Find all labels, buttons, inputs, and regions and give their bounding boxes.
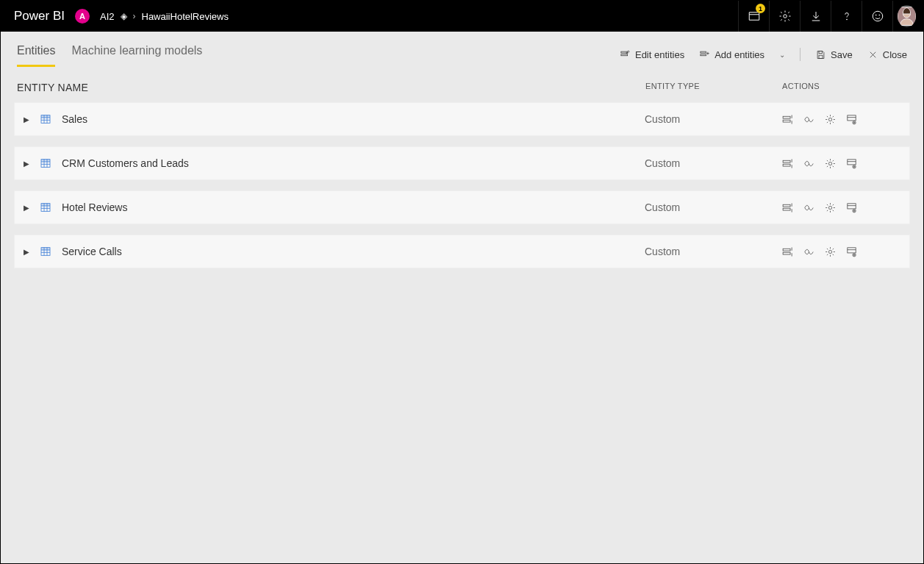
- table-row: ▶ Service Calls Custom: [14, 235, 910, 268]
- insights-icon[interactable]: [781, 113, 794, 126]
- svg-point-2: [873, 11, 883, 21]
- svg-rect-8: [621, 54, 628, 55]
- svg-rect-15: [783, 116, 790, 118]
- table-row: ▶ Sales Custom: [14, 102, 910, 136]
- add-entities-dropdown[interactable]: ⌄: [779, 51, 785, 59]
- entity-name[interactable]: Sales: [62, 113, 87, 125]
- account-button[interactable]: [892, 1, 923, 32]
- edit-entities-button[interactable]: Edit entities: [620, 49, 684, 60]
- svg-rect-21: [41, 160, 50, 162]
- svg-rect-22: [783, 160, 790, 163]
- entities-table: ENTITY NAME ENTITY TYPE ACTIONS ▶ Sales …: [1, 67, 923, 563]
- notifications-button[interactable]: 1: [738, 1, 769, 32]
- svg-rect-35: [41, 248, 50, 250]
- properties-icon[interactable]: [845, 201, 858, 214]
- svg-point-17: [828, 118, 831, 121]
- entity-type: Custom: [645, 201, 770, 213]
- svg-rect-28: [41, 204, 50, 206]
- properties-icon[interactable]: [845, 246, 858, 258]
- properties-icon[interactable]: [845, 157, 858, 170]
- entity-name[interactable]: Hotel Reviews: [62, 201, 127, 213]
- close-label: Close: [883, 49, 907, 60]
- svg-rect-16: [783, 120, 790, 122]
- ai-icon[interactable]: [803, 157, 815, 170]
- close-button[interactable]: Close: [867, 49, 907, 60]
- settings-button[interactable]: [769, 1, 800, 32]
- properties-icon[interactable]: [845, 113, 858, 126]
- settings-icon[interactable]: [824, 157, 837, 170]
- table-icon: [40, 113, 51, 125]
- avatar: [898, 5, 916, 27]
- table-header: ENTITY NAME ENTITY TYPE ACTIONS: [14, 67, 910, 102]
- entity-type: Custom: [645, 113, 770, 125]
- expand-icon[interactable]: ▶: [24, 115, 29, 124]
- ai-icon[interactable]: [803, 246, 815, 258]
- toolbar-divider: [800, 48, 801, 61]
- ai-icon[interactable]: [803, 113, 815, 126]
- svg-point-0: [783, 15, 787, 18]
- download-button[interactable]: [800, 1, 831, 32]
- entity-name[interactable]: CRM Customers and Leads: [62, 157, 189, 169]
- chevron-right-icon: ›: [133, 11, 136, 21]
- save-button[interactable]: Save: [815, 49, 853, 60]
- help-button[interactable]: [831, 1, 862, 32]
- table-icon: [40, 246, 51, 257]
- brand-label: Power BI: [14, 9, 65, 24]
- svg-rect-14: [41, 115, 50, 118]
- insights-icon[interactable]: [781, 246, 794, 258]
- entity-actions: [770, 113, 909, 126]
- workspace-name[interactable]: AI2: [100, 11, 115, 22]
- svg-point-38: [828, 250, 831, 253]
- svg-point-1: [846, 19, 847, 20]
- insights-icon[interactable]: [781, 157, 794, 170]
- settings-icon[interactable]: [824, 201, 837, 214]
- svg-rect-30: [783, 208, 790, 210]
- entity-actions: [770, 246, 909, 258]
- entity-actions: [770, 201, 909, 214]
- breadcrumb: AI2 ◈ › HawaiiHotelReviews: [100, 11, 229, 22]
- svg-point-31: [828, 206, 831, 209]
- col-header-actions: ACTIONS: [770, 82, 910, 93]
- svg-point-24: [828, 162, 831, 165]
- tab-ml-models[interactable]: Machine learning models: [71, 44, 202, 67]
- svg-rect-36: [783, 249, 790, 251]
- insights-icon[interactable]: [781, 201, 794, 214]
- expand-icon[interactable]: ▶: [24, 248, 29, 256]
- save-label: Save: [831, 49, 853, 60]
- table-icon: [40, 157, 51, 169]
- add-entities-button[interactable]: Add entities: [699, 49, 764, 60]
- toolbar: Entities Machine learning models Edit en…: [1, 32, 923, 67]
- entity-actions: [770, 157, 909, 170]
- svg-rect-39: [848, 247, 856, 252]
- expand-icon[interactable]: ▶: [24, 160, 29, 168]
- settings-icon[interactable]: [824, 113, 837, 126]
- svg-rect-29: [783, 204, 790, 207]
- settings-icon[interactable]: [824, 246, 837, 258]
- svg-rect-18: [848, 115, 856, 120]
- svg-rect-12: [819, 55, 823, 58]
- table-icon: [40, 201, 51, 213]
- breadcrumb-current[interactable]: HawaiiHotelReviews: [142, 11, 229, 22]
- top-bar: Power BI A AI2 ◈ › HawaiiHotelReviews 1: [1, 1, 923, 32]
- add-entities-label: Add entities: [715, 49, 764, 60]
- edit-entities-label: Edit entities: [635, 49, 684, 60]
- svg-rect-23: [783, 164, 790, 166]
- svg-rect-11: [819, 51, 822, 53]
- ai-icon[interactable]: [803, 201, 815, 214]
- workspace-badge[interactable]: A: [75, 9, 90, 24]
- expand-icon[interactable]: ▶: [24, 204, 29, 212]
- entity-type: Custom: [645, 246, 770, 257]
- svg-rect-25: [848, 159, 856, 164]
- notification-badge: 1: [756, 4, 765, 13]
- premium-icon: ◈: [121, 11, 127, 21]
- svg-point-4: [878, 15, 879, 15]
- svg-rect-37: [783, 252, 790, 254]
- feedback-button[interactable]: [862, 1, 892, 32]
- svg-point-3: [875, 15, 876, 15]
- col-header-type: ENTITY TYPE: [645, 82, 770, 93]
- svg-rect-10: [701, 54, 706, 55]
- svg-rect-32: [848, 203, 856, 208]
- tab-entities[interactable]: Entities: [17, 44, 55, 67]
- svg-rect-9: [701, 51, 706, 53]
- entity-name[interactable]: Service Calls: [62, 246, 122, 257]
